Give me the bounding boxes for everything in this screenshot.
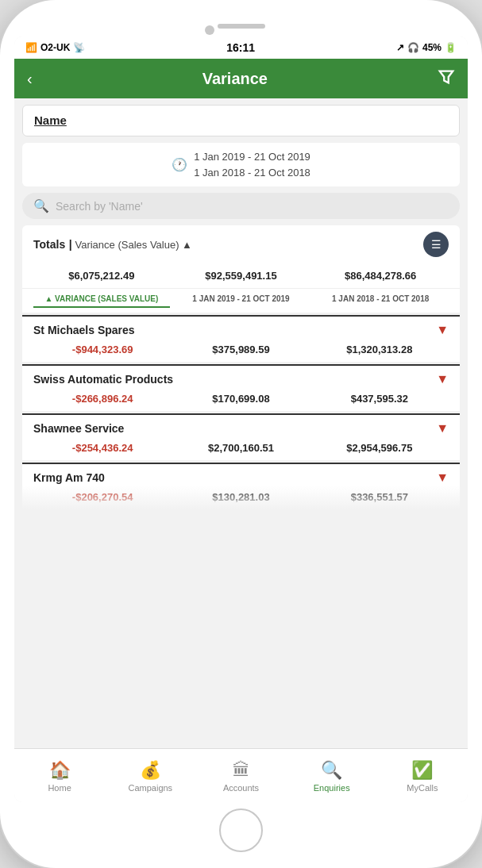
tab-campaigns[interactable]: 💰 Campaigns: [105, 760, 195, 793]
company-period2-0: $1,320,313.28: [310, 344, 449, 355]
sort-arrow: ▲: [44, 294, 55, 303]
date-range: 🕐 1 Jan 2019 - 21 Oct 2019 1 Jan 2018 - …: [22, 143, 460, 186]
company-values-2: -$254,436.24 $2,700,160.51 $2,954,596.75: [22, 439, 460, 460]
company-period1-2: $2,700,160.51: [172, 442, 310, 454]
search-bar[interactable]: 🔍 Search by 'Name': [22, 193, 460, 219]
name-label: Name: [34, 113, 67, 127]
mycalls-tab-label: MyCalls: [407, 783, 438, 793]
column-headers: ▲ VARIANCE (SALES VALUE) 1 JAN 2019 - 21…: [22, 288, 460, 313]
app-header: ‹ Variance: [14, 59, 468, 98]
mycalls-tab-icon: ✅: [411, 760, 433, 781]
carrier-label: O2-UK: [40, 42, 70, 53]
phone-camera: [205, 25, 214, 35]
signal-icon: 📶: [25, 42, 37, 53]
back-button[interactable]: ‹: [27, 70, 33, 88]
name-section: Name: [22, 105, 460, 136]
phone-outer: › 📶 O2-UK 📡 16:11 ↗ 🎧 45% 🔋 ‹ Variance: [0, 0, 482, 868]
company-row-0: St Michaels Spares ▼ -$944,323.69 $375,9…: [22, 315, 460, 362]
tab-bar: 🏠 Home 💰 Campaigns 🏛 Accounts 🔍 Enquirie…: [14, 748, 468, 802]
company-name-3: Krmg Am 740: [33, 471, 105, 484]
col-header-period2: 1 JAN 2018 - 21 OCT 2018: [312, 294, 449, 308]
status-bar: 📶 O2-UK 📡 16:11 ↗ 🎧 45% 🔋: [14, 36, 468, 59]
totals-sort-label: Variance (Sales Value) ▲: [75, 239, 192, 251]
company-name-1: Swiss Automatic Products: [33, 373, 173, 386]
status-time: 16:11: [226, 41, 255, 54]
company-name-row-1: Swiss Automatic Products ▼: [22, 366, 460, 390]
campaigns-tab-label: Campaigns: [128, 783, 172, 793]
headphone-icon: 🎧: [407, 42, 419, 53]
company-name-row-0: St Michaels Spares ▼: [22, 317, 460, 340]
battery-icon: 🔋: [445, 42, 457, 53]
company-row-2: Shawnee Service ▼ -$254,436.24 $2,700,16…: [22, 413, 460, 460]
clock-icon: 🕐: [172, 157, 187, 172]
expand-icon-0[interactable]: ▼: [436, 323, 449, 337]
filter-button[interactable]: [438, 68, 455, 90]
col-header-variance[interactable]: ▲ VARIANCE (SALES VALUE): [33, 294, 170, 308]
totals-title: Totals: [33, 238, 65, 251]
company-name-row-3: Krmg Am 740 ▼: [22, 464, 460, 488]
company-values-1: -$266,896.24 $170,699.08 $437,595.32: [22, 390, 460, 411]
company-variance-0: -$944,323.69: [33, 344, 172, 355]
accounts-tab-label: Accounts: [223, 783, 259, 793]
company-variance-3: -$206,270.54: [33, 491, 172, 503]
content-area: Name 🕐 1 Jan 2019 - 21 Oct 2019 1 Jan 20…: [14, 98, 468, 748]
status-right: ↗ 🎧 45% 🔋: [396, 42, 457, 53]
total-col2: $92,559,491.15: [173, 270, 310, 282]
company-period1-1: $170,699.08: [172, 393, 310, 405]
expand-icon-3[interactable]: ▼: [436, 470, 449, 485]
totals-label: Totals | Variance (Sales Value) ▲: [33, 237, 192, 252]
company-values-3: -$206,270.54 $130,281.03 $336,551.57: [22, 488, 460, 509]
company-row-1: Swiss Automatic Products ▼ -$266,896.24 …: [22, 364, 460, 411]
company-name-0: St Michaels Spares: [33, 324, 135, 336]
home-tab-icon: 🏠: [49, 760, 71, 781]
company-period2-1: $437,595.32: [310, 393, 449, 405]
company-period2-3: $336,551.57: [310, 491, 449, 503]
header-title: Variance: [202, 70, 268, 88]
tab-enquiries[interactable]: 🔍 Enquiries: [287, 760, 377, 793]
company-name-row-2: Shawnee Service ▼: [22, 415, 460, 439]
total-col3: $86,484,278.66: [312, 270, 449, 282]
date-range-line1: 1 Jan 2019 - 21 Oct 2019: [194, 149, 310, 165]
totals-header: Totals | Variance (Sales Value) ▲ ☰: [22, 225, 460, 263]
wifi-icon: 📡: [73, 42, 85, 53]
company-period1-3: $130,281.03: [172, 491, 310, 503]
expand-icon-1[interactable]: ▼: [436, 372, 449, 386]
company-row-3: Krmg Am 740 ▼ -$206,270.54 $130,281.03 $…: [22, 463, 460, 509]
company-variance-1: -$266,896.24: [33, 393, 172, 405]
tab-mycalls[interactable]: ✅ MyCalls: [377, 760, 468, 793]
col-header-period1: 1 JAN 2019 - 21 OCT 2019: [173, 294, 310, 308]
location-icon: ↗: [396, 42, 404, 53]
hamburger-icon: ☰: [431, 238, 442, 251]
company-variance-2: -$254,436.24: [33, 442, 172, 454]
date-range-text: 1 Jan 2019 - 21 Oct 2019 1 Jan 2018 - 21…: [194, 149, 310, 180]
total-col1: $6,075,212.49: [33, 270, 170, 282]
status-left: 📶 O2-UK 📡: [25, 42, 85, 53]
home-button[interactable]: [219, 808, 263, 852]
tab-accounts[interactable]: 🏛 Accounts: [195, 760, 286, 793]
phone-speaker: [218, 24, 265, 29]
company-name-2: Shawnee Service: [33, 422, 124, 435]
campaigns-tab-icon: 💰: [140, 760, 161, 781]
phone-screen: 📶 O2-UK 📡 16:11 ↗ 🎧 45% 🔋 ‹ Variance: [14, 36, 468, 802]
company-values-0: -$944,323.69 $375,989.59 $1,320,313.28: [22, 340, 460, 362]
date-range-line2: 1 Jan 2018 - 21 Oct 2018: [194, 165, 310, 181]
tab-home[interactable]: 🏠 Home: [14, 760, 105, 793]
search-placeholder: Search by 'Name': [56, 200, 143, 213]
home-tab-label: Home: [48, 783, 71, 793]
totals-values: $6,075,212.49 $92,559,491.15 $86,484,278…: [22, 263, 460, 288]
expand-icon-2[interactable]: ▼: [436, 421, 449, 436]
svg-marker-0: [440, 71, 453, 83]
company-period2-2: $2,954,596.75: [310, 442, 449, 454]
accounts-tab-icon: 🏛: [233, 760, 250, 781]
enquiries-tab-icon: 🔍: [321, 760, 342, 781]
search-icon: 🔍: [33, 198, 49, 213]
menu-button[interactable]: ☰: [423, 232, 449, 257]
company-period1-0: $375,989.59: [172, 344, 310, 355]
enquiries-tab-label: Enquiries: [314, 783, 350, 793]
battery-label: 45%: [422, 42, 442, 53]
